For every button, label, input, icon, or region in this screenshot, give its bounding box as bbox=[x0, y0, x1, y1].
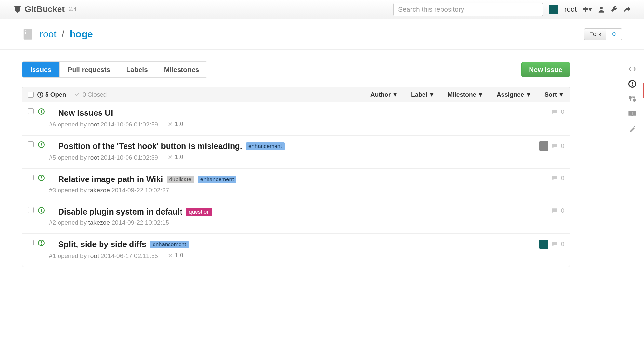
svg-rect-1 bbox=[632, 82, 633, 85]
breadcrumb-sep: / bbox=[62, 29, 64, 40]
svg-rect-8 bbox=[41, 112, 42, 113]
open-count-text: 5 Open bbox=[45, 91, 66, 98]
opened-by-text: opened by bbox=[56, 154, 88, 161]
issue-title-link[interactable]: Split, side by side diffs bbox=[58, 240, 146, 249]
issue-timestamp: 2014-06-17 02:11:55 bbox=[101, 252, 158, 259]
issues-tab-icon[interactable] bbox=[628, 80, 637, 88]
side-mini-nav bbox=[623, 65, 637, 133]
milestone-tag[interactable]: 1.0 bbox=[168, 153, 183, 161]
issue-title-link[interactable]: New Issues UI bbox=[58, 108, 113, 117]
comment-count: 0 bbox=[561, 142, 564, 150]
comment-count: 0 bbox=[561, 175, 564, 182]
repo-name-link[interactable]: hoge bbox=[70, 29, 93, 40]
issue-checkbox[interactable] bbox=[28, 175, 34, 180]
profile-icon[interactable] bbox=[598, 6, 605, 13]
brand-link[interactable]: GitBucket 2.4 bbox=[13, 4, 77, 14]
fork-group: Fork 0 bbox=[584, 28, 622, 40]
tab-labels[interactable]: Labels bbox=[118, 62, 156, 77]
svg-rect-19 bbox=[41, 241, 42, 243]
tab-pulls[interactable]: Pull requests bbox=[60, 62, 118, 77]
svg-rect-11 bbox=[41, 146, 42, 147]
filter-sort[interactable]: Sort▼ bbox=[544, 91, 564, 98]
repo-title: root / hoge bbox=[22, 28, 93, 40]
user-avatar[interactable] bbox=[549, 5, 558, 14]
assignee-avatar[interactable] bbox=[539, 240, 548, 249]
wiki-tab-icon[interactable] bbox=[628, 110, 637, 118]
issue-number: #6 bbox=[49, 121, 56, 128]
caret-icon: ▼ bbox=[558, 91, 564, 98]
pulls-tab-icon[interactable] bbox=[628, 95, 637, 103]
share-icon[interactable] bbox=[624, 6, 631, 13]
top-nav: GitBucket 2.4 root ✚▾ bbox=[0, 0, 644, 19]
code-tab-icon[interactable] bbox=[628, 65, 637, 73]
filter-label[interactable]: Label▼ bbox=[411, 91, 435, 98]
issue-checkbox[interactable] bbox=[28, 108, 34, 114]
comment-count: 0 bbox=[561, 207, 564, 214]
closed-count[interactable]: 0 Closed bbox=[74, 91, 107, 98]
select-all-checkbox[interactable] bbox=[28, 92, 34, 98]
issue-author[interactable]: takezoe bbox=[88, 187, 110, 193]
issue-author[interactable]: root bbox=[88, 121, 99, 128]
opened-by-text: opened by bbox=[56, 121, 88, 128]
fork-count[interactable]: 0 bbox=[606, 28, 622, 40]
issue-meta: #2 opened by takezoe 2014-09-22 10:02:15 bbox=[49, 219, 547, 226]
svg-rect-4 bbox=[40, 93, 41, 95]
milestone-name: 1.0 bbox=[175, 252, 183, 259]
comment-icon bbox=[552, 175, 557, 181]
issue-open-icon bbox=[38, 175, 45, 181]
issue-checkbox[interactable] bbox=[28, 207, 34, 213]
issue-label[interactable]: enhancement bbox=[246, 142, 285, 150]
milestone-tag[interactable]: 1.0 bbox=[168, 120, 183, 127]
issue-number: #2 bbox=[49, 219, 56, 226]
issue-label[interactable]: duplicate bbox=[167, 176, 194, 183]
filter-assignee[interactable]: Assignee▼ bbox=[497, 91, 531, 98]
repo-header: root / hoge Fork 0 bbox=[0, 19, 644, 50]
issue-label[interactable]: enhancement bbox=[198, 176, 236, 183]
closed-count-text: 0 Closed bbox=[82, 91, 107, 98]
filter-author[interactable]: Author▼ bbox=[370, 91, 398, 98]
issues-list: New Issues UI #6 opened by root 2014-10-… bbox=[22, 102, 570, 267]
issue-author[interactable]: root bbox=[88, 154, 99, 161]
issue-label[interactable]: question bbox=[186, 208, 212, 216]
issue-checkbox[interactable] bbox=[28, 141, 34, 147]
issue-open-icon bbox=[38, 207, 45, 214]
open-count[interactable]: 5 Open bbox=[37, 91, 66, 98]
filter-author-label: Author bbox=[370, 91, 391, 98]
issue-author[interactable]: root bbox=[88, 252, 99, 259]
issue-meta: #5 opened by root 2014-10-06 01:02:39 1.… bbox=[49, 153, 535, 161]
issue-title-link[interactable]: Relative image path in Wiki bbox=[58, 175, 163, 184]
opened-by-text: opened by bbox=[56, 219, 88, 226]
issue-right: 0 bbox=[552, 175, 564, 182]
user-name[interactable]: root bbox=[564, 5, 577, 14]
brand-version: 2.4 bbox=[69, 6, 77, 13]
milestone-name: 1.0 bbox=[175, 120, 183, 127]
tab-issues[interactable]: Issues bbox=[22, 62, 60, 77]
tab-milestones[interactable]: Milestones bbox=[156, 62, 207, 77]
fork-button[interactable]: Fork bbox=[584, 28, 606, 40]
issue-label[interactable]: enhancement bbox=[150, 241, 189, 248]
filter-milestone-label: Milestone bbox=[448, 91, 476, 98]
issue-right: 0 bbox=[539, 141, 564, 151]
repo-owner-link[interactable]: root bbox=[40, 29, 57, 40]
issue-meta: #3 opened by takezoe 2014-09-22 10:02:27 bbox=[49, 187, 547, 194]
comment-icon bbox=[552, 208, 557, 214]
bucket-icon bbox=[13, 5, 22, 14]
svg-rect-20 bbox=[41, 244, 42, 245]
svg-rect-5 bbox=[40, 95, 41, 96]
filter-milestone[interactable]: Milestone▼ bbox=[448, 91, 483, 98]
svg-rect-10 bbox=[41, 143, 42, 145]
create-dropdown-icon[interactable]: ✚▾ bbox=[583, 5, 592, 14]
issue-author[interactable]: takezoe bbox=[88, 219, 110, 226]
svg-rect-7 bbox=[41, 110, 42, 112]
milestone-tag[interactable]: 1.0 bbox=[168, 252, 183, 259]
search-input[interactable] bbox=[393, 3, 543, 16]
issues-box: 5 Open 0 Closed Author▼ Label▼ Milestone… bbox=[22, 87, 570, 267]
new-issue-button[interactable]: New issue bbox=[521, 62, 570, 77]
issue-title-link[interactable]: Position of the 'Test hook' button is mi… bbox=[58, 141, 242, 151]
issue-checkbox[interactable] bbox=[28, 240, 34, 245]
issue-timestamp: 2014-09-22 10:02:27 bbox=[112, 187, 169, 193]
assignee-avatar[interactable] bbox=[539, 141, 548, 151]
settings-tab-icon[interactable] bbox=[628, 125, 637, 133]
wrench-icon[interactable] bbox=[611, 6, 618, 13]
issue-title-link[interactable]: Disable plugin system in default bbox=[58, 207, 182, 216]
